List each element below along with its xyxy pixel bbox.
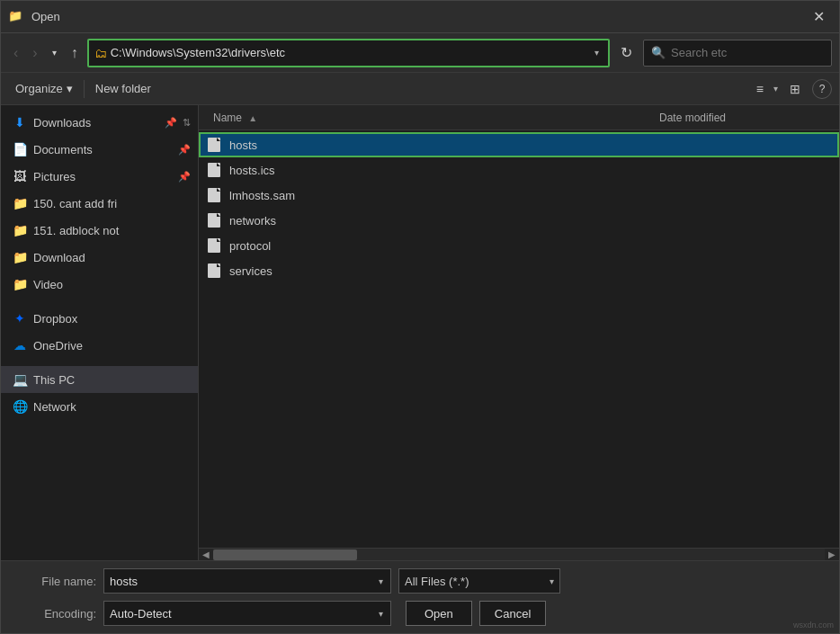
action-buttons: Open Cancel	[406, 601, 546, 626]
file-icon-hosts	[206, 137, 222, 153]
up-button[interactable]: ↑	[66, 40, 84, 67]
sidebar-item-label-downloads: Downloads	[33, 116, 159, 129]
encoding-dropdown-button[interactable]: ▾	[377, 609, 385, 619]
open-button[interactable]: Open	[406, 601, 472, 626]
sidebar-item-label-documents: Documents	[33, 143, 173, 156]
cancel-button[interactable]: Cancel	[479, 601, 546, 626]
file-name-lmhosts: lmhosts.sam	[229, 189, 645, 202]
table-row[interactable]: hosts	[199, 132, 839, 157]
encoding-row: Encoding: ▾ Open Cancel	[15, 601, 825, 626]
new-folder-button[interactable]: New folder	[88, 78, 158, 99]
col-header-name[interactable]: Name ▲	[206, 112, 652, 124]
sidebar-item-label-pictures: Pictures	[33, 170, 173, 183]
folder-150-icon: 📁	[12, 196, 28, 210]
title-bar: 📁 Open ✕	[1, 1, 839, 33]
sidebar-item-onedrive[interactable]: ☁ OneDrive	[1, 332, 198, 359]
thispc-icon: 💻	[12, 372, 28, 387]
view-pane-button[interactable]: ⊞	[783, 78, 807, 100]
dialog-icon: 📁	[8, 9, 24, 25]
nav-dropdown-button[interactable]: ▾	[47, 40, 62, 67]
column-headers: Name ▲ Date modified	[199, 105, 839, 130]
refresh-button[interactable]: ↻	[613, 40, 639, 67]
sidebar-item-label-151: 151. adblock not	[33, 224, 191, 237]
main-area: ⬇ Downloads 📌 ⇅ 📄 Documents 📌 🖼 Pictures…	[1, 105, 839, 560]
scroll-left-button[interactable]: ◀	[199, 549, 213, 560]
file-icon-networks	[206, 212, 222, 228]
table-row[interactable]: hosts.ics	[199, 157, 839, 183]
organize-label: Organize	[15, 82, 63, 95]
view-dropdown-button[interactable]: ▾	[772, 81, 780, 96]
file-name-hosts-ics: hosts.ics	[229, 164, 645, 177]
file-icon-hosts-ics	[206, 162, 222, 178]
file-list: hosts hosts.ics lmhosts.sam	[199, 130, 839, 548]
file-type-container[interactable]: All Files (*.*) ▾	[398, 568, 560, 594]
address-dropdown-button[interactable]: ▾	[591, 46, 603, 59]
file-name-dropdown-button[interactable]: ▾	[377, 576, 385, 586]
forward-button[interactable]: ›	[27, 40, 42, 67]
sort-arrow-name: ▲	[248, 113, 257, 123]
encoding-input-container[interactable]: ▾	[103, 601, 391, 626]
pin-icon-documents: 📌	[178, 144, 191, 156]
sidebar-item-downloads[interactable]: ⬇ Downloads 📌 ⇅	[1, 109, 198, 136]
sidebar-item-label-dropbox: Dropbox	[33, 312, 191, 326]
file-name-input[interactable]	[110, 575, 377, 588]
scroll-right-button[interactable]: ▶	[825, 549, 839, 560]
organize-button[interactable]: Organize ▾	[8, 78, 80, 99]
title-bar-left: 📁 Open	[8, 9, 60, 25]
horizontal-scrollbar[interactable]: ◀ ▶	[199, 548, 839, 560]
table-row[interactable]: networks	[199, 208, 839, 233]
file-name-protocol: protocol	[229, 239, 645, 253]
sidebar-item-thispc[interactable]: 💻 This PC	[1, 366, 198, 393]
file-name-input-container[interactable]: ▾	[103, 568, 391, 594]
onedrive-icon: ☁	[12, 338, 28, 353]
help-button[interactable]: ?	[812, 79, 832, 99]
pictures-icon: 🖼	[12, 169, 28, 183]
address-folder-icon: 🗂	[94, 46, 107, 60]
table-row[interactable]: services	[199, 258, 839, 283]
sidebar-item-pictures[interactable]: 🖼 Pictures 📌	[1, 163, 198, 190]
sidebar: ⬇ Downloads 📌 ⇅ 📄 Documents 📌 🖼 Pictures…	[1, 105, 199, 560]
sidebar-item-dropbox[interactable]: ✦ Dropbox	[1, 305, 198, 332]
file-type-text: All Files (*.*)	[405, 575, 550, 588]
network-icon: 🌐	[12, 399, 28, 414]
sidebar-item-folder-150[interactable]: 📁 150. cant add fri	[1, 190, 198, 217]
col-header-date[interactable]: Date modified	[652, 112, 832, 124]
file-icon-lmhosts	[206, 187, 222, 203]
bottom-area: File name: ▾ All Files (*.*) ▾ Encoding:…	[1, 560, 839, 633]
search-input[interactable]	[671, 46, 824, 59]
file-name-networks: networks	[229, 214, 645, 228]
scroll-thumb[interactable]	[213, 549, 357, 560]
view-buttons: ≡ ▾	[750, 78, 780, 100]
search-box[interactable]: 🔍	[643, 40, 832, 67]
sidebar-item-download[interactable]: 📁 Download	[1, 244, 198, 271]
table-row[interactable]: protocol	[199, 233, 839, 258]
file-name-row: File name: ▾ All Files (*.*) ▾	[15, 568, 825, 594]
dialog-title: Open	[31, 10, 60, 23]
sidebar-item-label-network: Network	[33, 400, 191, 414]
back-button[interactable]: ‹	[8, 40, 23, 67]
file-type-dropdown-button[interactable]: ▾	[550, 576, 554, 586]
sidebar-item-label-onedrive: OneDrive	[33, 339, 191, 353]
dropbox-icon: ✦	[12, 311, 28, 326]
scroll-track[interactable]	[213, 549, 825, 560]
encoding-input[interactable]	[110, 607, 377, 621]
file-name-services: services	[229, 264, 645, 278]
address-input[interactable]	[111, 46, 587, 59]
sidebar-item-label-150: 150. cant add fri	[33, 197, 191, 210]
sidebar-item-label-download: Download	[33, 251, 191, 264]
sidebar-item-folder-151[interactable]: 📁 151. adblock not	[1, 217, 198, 244]
close-button[interactable]: ✕	[805, 6, 832, 28]
file-icon-protocol	[206, 237, 222, 254]
sort-icon-downloads: ⇅	[183, 117, 191, 129]
file-area: Name ▲ Date modified hosts	[199, 105, 839, 560]
toolbar: Organize ▾ New folder ≡ ▾ ⊞ ?	[1, 73, 839, 105]
sidebar-item-network[interactable]: 🌐 Network	[1, 393, 198, 420]
view-list-button[interactable]: ≡	[750, 78, 770, 100]
sidebar-item-video[interactable]: 📁 Video	[1, 271, 198, 298]
organize-dropdown-icon: ▾	[67, 82, 73, 95]
open-dialog: 📁 Open ✕ ‹ › ▾ ↑ 🗂 ▾ ↻ 🔍 Organize ▾ New …	[0, 0, 840, 634]
address-bar[interactable]: 🗂 ▾	[87, 39, 610, 67]
pin-icon-pictures: 📌	[178, 171, 191, 183]
sidebar-item-documents[interactable]: 📄 Documents 📌	[1, 136, 198, 163]
table-row[interactable]: lmhosts.sam	[199, 183, 839, 208]
